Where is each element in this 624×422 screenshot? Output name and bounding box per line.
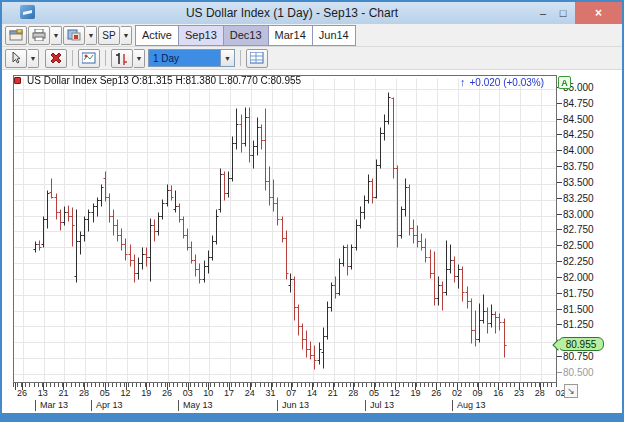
print-dropdown[interactable]: ▼ <box>51 26 62 45</box>
price-axis-label: 81.500 <box>557 304 594 315</box>
series-ohlc-readout: US Dollar Index Sep13 O:81.315 H:81.380 … <box>27 75 301 86</box>
up-arrow-icon: ↑ <box>460 76 466 88</box>
quote-grid-button[interactable] <box>246 49 268 68</box>
chart-style-button[interactable] <box>63 26 85 45</box>
chart-style-icon <box>67 29 81 41</box>
delete-button[interactable] <box>45 49 67 68</box>
date-axis-label: 17 <box>224 388 234 398</box>
date-axis-label: 26 <box>17 388 27 398</box>
chart-image-icon <box>82 52 96 64</box>
close-button[interactable]: × <box>575 2 622 24</box>
price-axis-label: 80.500 <box>557 367 594 378</box>
bar-type-button[interactable] <box>111 49 133 68</box>
month-label: Apr 13 <box>91 400 123 411</box>
price-axis-label: 84.000 <box>557 145 594 156</box>
date-axis-label: 31 <box>266 388 276 398</box>
print-button[interactable] <box>28 26 50 45</box>
maximize-button[interactable]: □ <box>555 2 571 24</box>
window-title: US Dollar Index (1 Day) - Sep13 - Chart <box>2 6 622 20</box>
interval-value[interactable]: 1 Day <box>148 49 220 67</box>
contract-tabs: ActiveSep13Dec13Mar14Jun14 <box>136 25 356 46</box>
date-axis-label: 12 <box>390 388 400 398</box>
chart-area: US Dollar Index Sep13 O:81.315 H:81.380 … <box>2 70 622 413</box>
toolbar-separator <box>105 50 106 66</box>
chart-style-dropdown[interactable]: ▼ <box>86 26 97 45</box>
toolbar-separator <box>240 50 241 66</box>
printer-icon <box>32 29 46 41</box>
date-axis-label: 26 <box>162 388 172 398</box>
last-price-badge: 80.955 <box>558 337 604 351</box>
date-axis-label: 14 <box>307 388 317 398</box>
price-axis-label: 82.500 <box>557 240 594 251</box>
price-axis-label: 83.750 <box>557 161 594 172</box>
snapshot-button[interactable] <box>78 49 100 68</box>
minimize-button[interactable]: – <box>535 2 551 24</box>
cursor-arrow-icon <box>11 52 21 64</box>
date-axis-label: 03 <box>183 388 193 398</box>
tab-mar14[interactable]: Mar14 <box>268 25 313 46</box>
price-axis-label: 84.250 <box>557 129 594 140</box>
price-axis-label: 84.500 <box>557 114 594 125</box>
plot-area[interactable] <box>13 75 557 383</box>
series-legend: US Dollar Index Sep13 O:81.315 H:81.380 … <box>14 75 301 86</box>
date-axis-label: 02 <box>452 388 462 398</box>
net-change-indicator: ↑ +0.020 (+0.03%) <box>460 76 544 88</box>
tab-dec13[interactable]: Dec13 <box>223 25 269 46</box>
date-axis-label: 26 <box>431 388 441 398</box>
resize-grip[interactable]: ↘ <box>564 384 578 398</box>
chart-properties-button[interactable] <box>5 26 27 45</box>
price-axis-label: 82.750 <box>557 224 594 235</box>
window-properties-icon <box>9 29 23 41</box>
date-axis-label: 19 <box>410 388 420 398</box>
toolbar-tools: ▼ ▼ 1 Day ▼ <box>2 47 622 70</box>
date-axis-label: 23 <box>514 388 524 398</box>
date-axis-label: 13 <box>38 388 48 398</box>
date-axis-label: 05 <box>369 388 379 398</box>
price-axis-label: 83.500 <box>557 177 594 188</box>
date-axis-label: 28 <box>348 388 358 398</box>
month-label: Aug 13 <box>452 400 486 411</box>
price-axis-label: 83.000 <box>557 209 594 220</box>
date-axis-label: 21 <box>328 388 338 398</box>
interval-dropdown[interactable]: ▼ <box>220 49 235 67</box>
date-axis-label: 19 <box>141 388 151 398</box>
price-axis-label: 84.750 <box>557 98 594 109</box>
date-axis-label: 28 <box>535 388 545 398</box>
price-axis-label: 82.250 <box>557 256 594 267</box>
app-chart-icon <box>20 5 35 19</box>
price-axis-label: 82.000 <box>557 272 594 283</box>
red-x-icon <box>50 52 62 64</box>
date-axis-label: 10 <box>203 388 213 398</box>
price-chart-canvas[interactable] <box>14 76 556 382</box>
bar-type-dropdown[interactable]: ▼ <box>134 49 145 68</box>
pointer-tool-dropdown[interactable]: ▼ <box>28 49 39 68</box>
toolbar-main: ▼ ▼ SP ▼ ActiveSep13Dec13Mar14Jun14 <box>2 24 622 47</box>
date-axis-label: 28 <box>79 388 89 398</box>
symbol-button[interactable]: SP <box>98 26 120 45</box>
tab-sep13[interactable]: Sep13 <box>178 25 224 46</box>
pointer-tool-button[interactable] <box>5 49 27 68</box>
month-label: May 13 <box>178 400 213 411</box>
price-axis-label: 81.250 <box>557 319 594 330</box>
auto-scale-button[interactable]: A <box>558 76 571 89</box>
price-axis-label: 83.250 <box>557 193 594 204</box>
interval-combobox[interactable]: 1 Day ▼ <box>148 49 235 67</box>
chart-window: US Dollar Index (1 Day) - Sep13 - Chart … <box>0 0 624 422</box>
tab-jun14[interactable]: Jun14 <box>312 25 356 46</box>
tab-active[interactable]: Active <box>135 25 179 46</box>
month-label: Jun 13 <box>277 400 309 411</box>
price-bar-icon <box>116 52 128 65</box>
title-bar[interactable]: US Dollar Index (1 Day) - Sep13 - Chart … <box>2 2 622 24</box>
grid-table-icon <box>250 52 264 64</box>
symbol-dropdown[interactable]: ▼ <box>121 26 132 45</box>
price-axis-label: 80.750 <box>557 351 594 362</box>
date-axis-label: 21 <box>58 388 68 398</box>
date-axis-label: 12 <box>121 388 131 398</box>
net-change-value: +0.020 (+0.03%) <box>470 77 545 88</box>
date-axis-label: 24 <box>245 388 255 398</box>
date-axis-label: 16 <box>493 388 503 398</box>
price-axis-label: 81.750 <box>557 288 594 299</box>
date-axis-label: 05 <box>100 388 110 398</box>
date-axis-label: 09 <box>473 388 483 398</box>
month-label: Jul 13 <box>365 400 394 411</box>
